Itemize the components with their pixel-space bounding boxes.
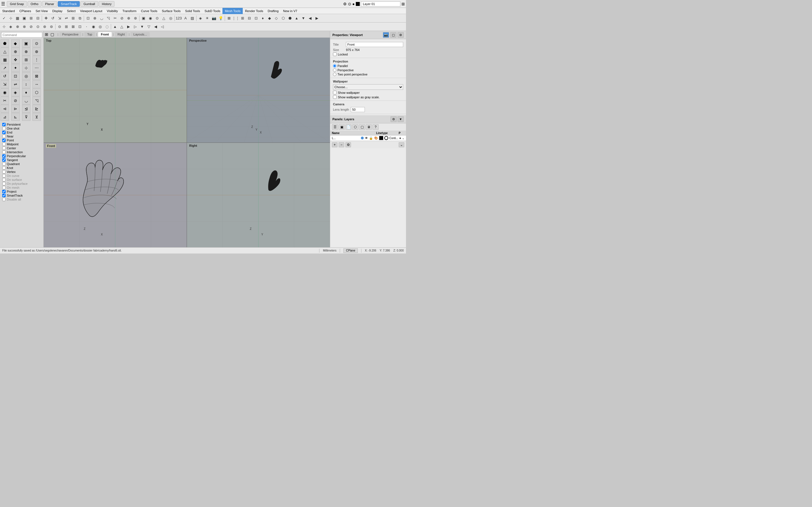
grid-tool-1[interactable]: ⬟ <box>1 40 9 47</box>
grid-tool-8[interactable]: ⊛ <box>33 48 41 55</box>
gumball-button[interactable]: Gumball <box>80 1 98 7</box>
grid-tool-5[interactable]: △ <box>1 48 9 55</box>
grid-tool-33[interactable]: ⊲ <box>1 105 9 113</box>
layers-gear-btn[interactable]: ⚙ <box>391 116 397 122</box>
tool-array[interactable]: ⊞ <box>70 15 77 22</box>
tool2-2[interactable]: ◈ <box>7 23 14 30</box>
grid-tool-28[interactable]: ⬡ <box>33 89 41 96</box>
grid-tool-39[interactable]: ⊽ <box>22 113 31 121</box>
rect-props-btn[interactable]: ▢ <box>390 32 396 38</box>
filter-icon[interactable]: ⚙ <box>343 2 347 6</box>
snap-point-checkbox[interactable] <box>2 138 6 142</box>
tool-text[interactable]: A <box>182 15 189 22</box>
tool-rotate[interactable]: ↺ <box>49 15 56 22</box>
grid-tool-7[interactable]: ⊗ <box>22 48 31 55</box>
grid-tool-14[interactable]: ✦ <box>11 64 20 72</box>
cplane-btn[interactable]: CPlane <box>343 248 358 253</box>
grid-tool-21[interactable]: ⇲ <box>1 80 9 88</box>
grid-tool-15[interactable]: ⊹ <box>22 64 31 72</box>
tab-right[interactable]: Right <box>115 32 128 37</box>
snap-onsurface-checkbox[interactable] <box>2 178 6 181</box>
layer-diamond-icon[interactable]: ♦ <box>399 136 401 140</box>
expand-icon[interactable]: ⊞ <box>402 2 405 6</box>
vp-layout-icon[interactable]: ⊞ <box>45 32 48 37</box>
grid-tool-10[interactable]: ✥ <box>11 56 20 64</box>
grid-snap-button[interactable]: Grid Snap <box>7 1 27 7</box>
snap-vertex-checkbox[interactable] <box>2 170 6 173</box>
layer-cube-icon[interactable]: ▣ <box>339 124 345 130</box>
snap-tangent-checkbox[interactable] <box>2 158 6 162</box>
tool-dimension[interactable]: 123 <box>175 15 182 22</box>
snap-tangent[interactable]: Tangent <box>2 158 41 162</box>
menu-cplanes[interactable]: CPlanes <box>17 8 34 14</box>
layer-input[interactable] <box>361 1 400 6</box>
tool-trim[interactable]: ✂ <box>112 15 118 22</box>
grid-tool-11[interactable]: ⊞ <box>22 56 31 64</box>
snap-project-checkbox[interactable] <box>2 190 6 193</box>
tool-chamfer[interactable]: ◹ <box>105 15 112 22</box>
tool-scale[interactable]: ⇲ <box>56 15 63 22</box>
snap-near-checkbox[interactable] <box>2 135 6 138</box>
tool2-20[interactable]: ▷ <box>132 23 139 30</box>
tool2-19[interactable]: ▶ <box>125 23 132 30</box>
snap-persistent[interactable]: Persistent <box>2 122 41 126</box>
viewport-perspective[interactable]: Perspective <box>187 38 330 143</box>
tool-mesh13[interactable]: ◀ <box>307 15 313 22</box>
snap-midpoint[interactable]: Midpoint <box>2 142 41 146</box>
snap-onpolysurface-checkbox[interactable] <box>2 182 6 185</box>
tool-mesh3[interactable]: ⊞ <box>239 15 246 22</box>
smarttrack-button[interactable]: SmartTrack <box>58 1 80 7</box>
snap-near[interactable]: Near <box>2 134 41 138</box>
tool-mesh7[interactable]: ◆ <box>266 15 273 22</box>
camera-props-btn[interactable]: 📷 <box>383 32 389 38</box>
snap-quadrant-checkbox[interactable] <box>2 162 6 166</box>
menu-solid-tools[interactable]: Solid Tools <box>183 8 202 14</box>
grid-tool-30[interactable]: ⊘ <box>11 97 20 105</box>
tool2-15[interactable]: ◎ <box>97 23 103 30</box>
command-input[interactable] <box>1 32 42 38</box>
grid-tool-13[interactable]: ↗ <box>1 64 9 72</box>
grid-tool-24[interactable]: ↔ <box>33 80 41 88</box>
tool2-3[interactable]: ⊕ <box>14 23 21 30</box>
tool2-14[interactable]: ◉ <box>90 23 97 30</box>
viewport-top[interactable]: Top Y X <box>44 38 187 143</box>
grid-tool-20[interactable]: ⊠ <box>33 72 41 80</box>
snap-oneshot-checkbox[interactable] <box>2 127 6 130</box>
layer-lock-icon[interactable]: 🔒 <box>369 136 373 140</box>
layers-chevron-btn[interactable]: ▼ <box>398 116 404 122</box>
viewport-right[interactable]: Right Z Y <box>187 143 330 247</box>
projection-two-point[interactable]: Two point perspective <box>333 73 403 76</box>
tool-explode[interactable]: ⊛ <box>132 15 139 22</box>
tool-boolean[interactable]: ⊗ <box>91 15 98 22</box>
vp-single-icon[interactable]: ▢ <box>50 32 54 37</box>
menu-mesh-tools[interactable]: Mesh Tools <box>222 8 243 14</box>
tool2-5[interactable]: ⊘ <box>28 23 35 30</box>
snap-center-checkbox[interactable] <box>2 147 6 150</box>
tool-fillet[interactable]: ◡ <box>98 15 105 22</box>
tool-render[interactable]: ◈ <box>197 15 204 22</box>
tool2-12[interactable]: ⊡ <box>77 23 83 30</box>
layer-page-icon[interactable]: 📄 <box>345 124 352 130</box>
layer-color-dot[interactable] <box>361 136 364 139</box>
tool-mesh11[interactable]: ▲ <box>293 15 300 22</box>
tool-split[interactable]: ⊘ <box>118 15 125 22</box>
tool-check[interactable]: ✓ <box>1 15 7 22</box>
grid-tool-23[interactable]: ↕ <box>22 80 31 88</box>
tool-mesh4[interactable]: ⊟ <box>246 15 253 22</box>
dot-icon[interactable]: ● <box>352 2 355 6</box>
tool-torus[interactable]: ◎ <box>167 15 174 22</box>
layer-eye-icon[interactable]: 👁 <box>365 136 368 140</box>
menu-viewport-layout[interactable]: Viewport Layout <box>78 8 105 14</box>
snap-onmesh[interactable]: On mesh <box>2 186 41 189</box>
snap-end-checkbox[interactable] <box>2 131 6 134</box>
viewport-front[interactable]: Front Z X <box>44 143 187 247</box>
menu-transform[interactable]: Transform <box>120 8 139 14</box>
tab-layouts[interactable]: Layouts... <box>131 32 150 37</box>
snap-point[interactable]: Point <box>2 138 41 142</box>
snap-oncurve[interactable]: On curve <box>2 174 41 178</box>
snap-midpoint-checkbox[interactable] <box>2 143 6 146</box>
layer-viewport-icon[interactable]: ▢ <box>359 124 365 130</box>
show-wallpaper-checkbox[interactable] <box>333 91 337 94</box>
snap-center[interactable]: Center <box>2 146 41 150</box>
snap-vertex[interactable]: Vertex <box>2 170 41 174</box>
